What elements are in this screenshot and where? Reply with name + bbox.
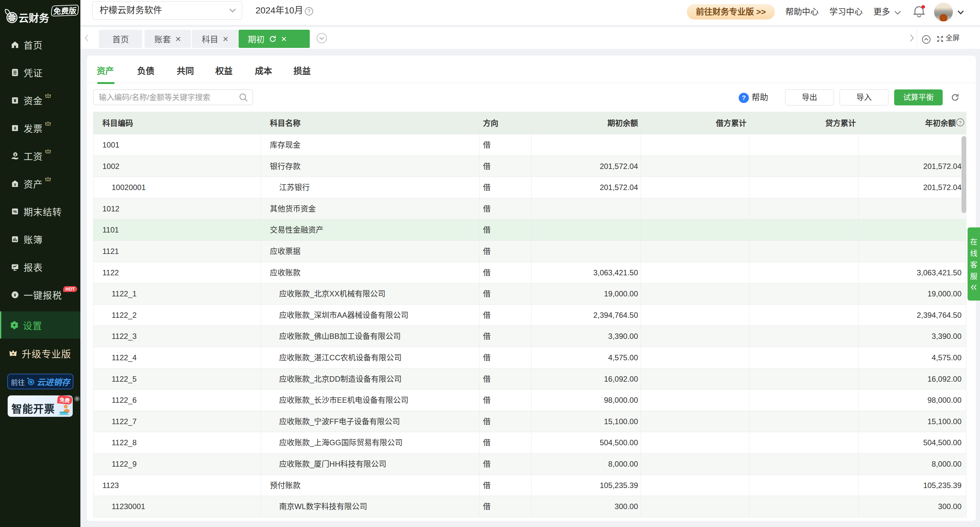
svg-text:¥: ¥ xyxy=(14,152,17,156)
svg-text:?: ? xyxy=(959,120,961,125)
svg-text:¥: ¥ xyxy=(14,292,16,297)
svg-text:8: 8 xyxy=(14,126,16,131)
svg-text:¥: ¥ xyxy=(14,182,16,186)
svg-text:?: ? xyxy=(742,94,746,101)
svg-text:?: ? xyxy=(307,8,310,14)
svg-text:%: % xyxy=(13,209,17,214)
